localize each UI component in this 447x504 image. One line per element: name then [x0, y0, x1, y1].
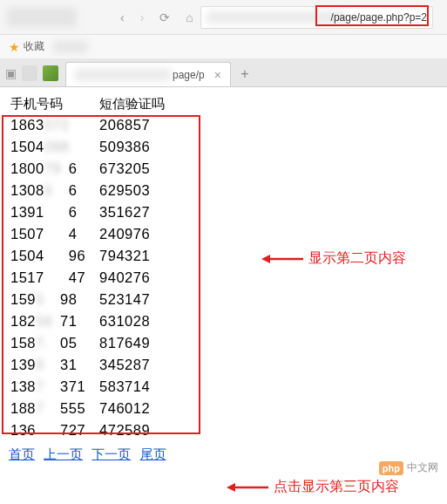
tab-bar: ▣ page/p × + — [0, 59, 447, 87]
svg-marker-1 — [261, 255, 270, 263]
code-cell: 940276 — [92, 267, 172, 289]
url-bar[interactable]: /page/page.php?p=2 — [200, 6, 433, 29]
bookmark-bar: ★ 收藏 — [0, 35, 447, 59]
arrow-left-icon — [261, 251, 303, 267]
table-row: 130856629503 — [3, 180, 172, 201]
tab-close-icon[interactable]: × — [214, 68, 221, 82]
phone-cell: 130856 — [3, 180, 92, 201]
table-row: 1391 6351627 — [3, 201, 172, 223]
table-row: 136 727472589 — [3, 419, 172, 441]
forward-icon[interactable]: › — [140, 10, 145, 24]
browser-titlebar: ‹ › ⟳ ⌂ /page/page.php?p=2 — [0, 0, 447, 35]
phone-cell: 1863072 — [3, 114, 92, 136]
code-cell: 817649 — [92, 332, 172, 354]
app-icon-2[interactable] — [43, 65, 58, 81]
code-cell: 240976 — [92, 223, 172, 245]
new-tab-button[interactable]: + — [234, 64, 255, 85]
table-row: 1504 96794321 — [3, 245, 172, 267]
table-row: 1863072206857 — [3, 114, 172, 136]
refresh-icon[interactable]: ⟳ — [159, 10, 170, 24]
annotation-page2: 显示第二页内容 — [261, 249, 406, 268]
bookmark-label[interactable]: 收藏 — [24, 39, 44, 54]
app-icon-1[interactable] — [22, 65, 37, 81]
history-icon[interactable]: ▣ — [5, 66, 17, 80]
phone-cell: 1800796 — [3, 158, 92, 180]
phone-cell: 1825671 — [3, 310, 92, 332]
url-text: /page/page.php?p=2 — [331, 11, 427, 24]
phone-cell: 1517 47 — [3, 267, 92, 289]
phone-cell: 1391 6 — [3, 201, 92, 223]
annotation-text-2: 点击显示第三页内容 — [274, 478, 399, 496]
table-row: 1800796673205 — [3, 158, 172, 180]
table-row: 1517 47940276 — [3, 267, 172, 289]
phone-cell: 1504098 — [3, 136, 92, 158]
table-row: 139931345287 — [3, 354, 172, 376]
phone-cell: 1387371 — [3, 376, 92, 398]
code-cell: 673205 — [92, 158, 172, 180]
svg-marker-3 — [227, 483, 235, 492]
code-cell: 794321 — [92, 245, 172, 267]
phone-cell: 136 727 — [3, 419, 92, 441]
table-header-phone: 手机号码 — [3, 94, 92, 114]
table-row: 1507 4240976 — [3, 223, 172, 245]
pagination: 首页 上一页 下一页 尾页 — [3, 446, 444, 463]
tab-title: page/p — [173, 69, 205, 81]
code-cell: 509386 — [92, 136, 172, 158]
star-icon[interactable]: ★ — [9, 40, 20, 54]
phone-cell: 1507 4 — [3, 223, 92, 245]
table-row: 1504098509386 — [3, 136, 172, 158]
home-icon[interactable]: ⌂ — [186, 10, 193, 24]
phone-cell: 139931 — [3, 354, 92, 376]
arrow-left-icon — [227, 480, 268, 495]
code-cell: 629503 — [92, 180, 172, 201]
phone-cell: 159598 — [3, 289, 92, 310]
table-row: 159598523147 — [3, 289, 172, 310]
annotation-page3: 点击显示第三页内容 — [227, 478, 399, 496]
annotation-text-1: 显示第二页内容 — [308, 249, 406, 268]
phone-cell: 1887555 — [3, 398, 92, 419]
code-cell: 351627 — [92, 201, 172, 223]
table-header-code: 短信验证吗 — [92, 94, 172, 114]
watermark-logo: php — [379, 461, 403, 475]
code-cell: 206857 — [92, 114, 172, 136]
tab-active[interactable]: page/p × — [65, 62, 231, 86]
phone-cell: 1587.05 — [3, 332, 92, 354]
code-cell: 583714 — [92, 376, 172, 398]
page-content: 手机号码 短信验证吗 18630722068571504098509386180… — [0, 87, 447, 470]
back-icon[interactable]: ‹ — [120, 10, 125, 24]
phone-cell: 1504 96 — [3, 245, 92, 267]
code-cell: 345287 — [92, 354, 172, 376]
data-table: 手机号码 短信验证吗 18630722068571504098509386180… — [3, 94, 172, 441]
table-row: 1825671631028 — [3, 310, 172, 332]
table-row: 1887555746012 — [3, 398, 172, 419]
page-last-link[interactable]: 尾页 — [140, 446, 166, 461]
page-prev-link[interactable]: 上一页 — [44, 446, 83, 461]
code-cell: 472589 — [92, 419, 172, 441]
watermark-text: 中文网 — [407, 460, 438, 475]
page-first-link[interactable]: 首页 — [9, 446, 35, 461]
code-cell: 523147 — [92, 289, 172, 310]
code-cell: 746012 — [92, 398, 172, 419]
table-row: 1587.05817649 — [3, 332, 172, 354]
code-cell: 631028 — [92, 310, 172, 332]
table-row: 1387371583714 — [3, 376, 172, 398]
page-next-link[interactable]: 下一页 — [91, 446, 131, 461]
watermark: php 中文网 — [379, 460, 438, 475]
